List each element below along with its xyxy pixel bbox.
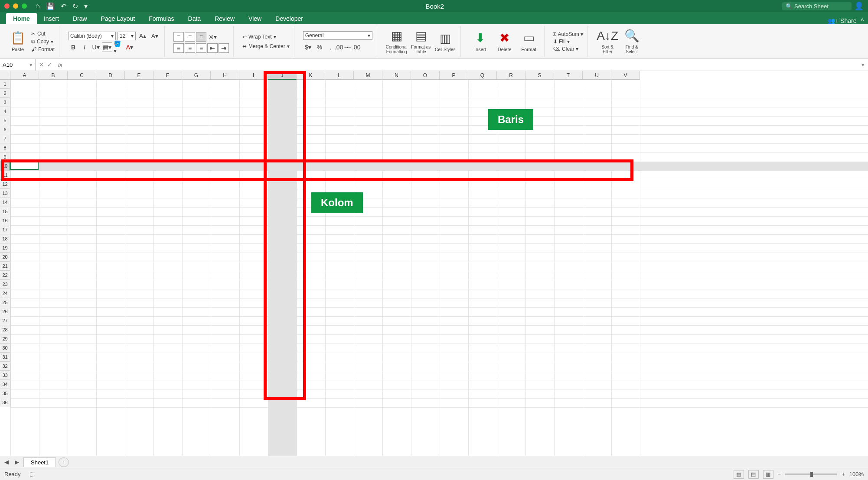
row-header-19[interactable]: 19 bbox=[0, 243, 10, 253]
font-color-button[interactable]: A▾ bbox=[124, 42, 135, 52]
tab-view[interactable]: View bbox=[241, 13, 268, 24]
row-header-4[interactable]: 4 bbox=[0, 107, 10, 116]
row-header-9[interactable]: 9 bbox=[0, 152, 10, 162]
row-header-17[interactable]: 17 bbox=[0, 225, 10, 234]
expand-formula-icon[interactable]: ▾ bbox=[858, 62, 868, 68]
column-header-L[interactable]: L bbox=[325, 71, 354, 80]
column-header-Q[interactable]: Q bbox=[468, 71, 497, 80]
italic-button[interactable]: I bbox=[79, 42, 90, 52]
column-header-M[interactable]: M bbox=[354, 71, 382, 80]
align-center-button[interactable]: ≡ bbox=[185, 43, 195, 53]
column-header-G[interactable]: G bbox=[182, 71, 211, 80]
tab-home[interactable]: Home bbox=[6, 13, 37, 24]
tab-insert[interactable]: Insert bbox=[37, 13, 66, 24]
formula-input[interactable] bbox=[66, 59, 858, 71]
row-header-22[interactable]: 22 bbox=[0, 271, 10, 280]
column-header-R[interactable]: R bbox=[497, 71, 525, 80]
increase-font-button[interactable]: A▴ bbox=[137, 31, 148, 41]
search-sheet-input[interactable]: 🔍 Search Sheet bbox=[782, 2, 852, 10]
percent-button[interactable]: % bbox=[314, 42, 325, 52]
tab-page-layout[interactable]: Page Layout bbox=[94, 13, 142, 24]
column-header-H[interactable]: H bbox=[211, 71, 239, 80]
cells-area[interactable] bbox=[10, 80, 868, 456]
column-header-B[interactable]: B bbox=[39, 71, 68, 80]
merge-center-button[interactable]: ⬌Merge & Center ▾ bbox=[242, 43, 290, 49]
sheet-tab-1[interactable]: Sheet1 bbox=[23, 457, 56, 467]
row-header-28[interactable]: 28 bbox=[0, 325, 10, 334]
decrease-indent-button[interactable]: ⇤ bbox=[207, 43, 218, 53]
column-header-T[interactable]: T bbox=[554, 71, 583, 80]
decrease-font-button[interactable]: A▾ bbox=[150, 31, 160, 41]
row-header-8[interactable]: 8 bbox=[0, 143, 10, 152]
tab-data[interactable]: Data bbox=[181, 13, 208, 24]
column-header-N[interactable]: N bbox=[382, 71, 411, 80]
tab-draw[interactable]: Draw bbox=[66, 13, 94, 24]
tab-review[interactable]: Review bbox=[208, 13, 241, 24]
column-header-U[interactable]: U bbox=[583, 71, 611, 80]
find-select-button[interactable]: 🔍Find & Select bbox=[621, 29, 643, 54]
font-size-select[interactable]: 12▾ bbox=[117, 32, 136, 40]
add-sheet-button[interactable]: + bbox=[59, 457, 69, 467]
minimize-icon[interactable] bbox=[13, 3, 18, 9]
column-header-C[interactable]: C bbox=[68, 71, 96, 80]
column-header-V[interactable]: V bbox=[611, 71, 640, 80]
number-format-select[interactable]: General▾ bbox=[303, 31, 372, 40]
zoom-slider[interactable] bbox=[785, 474, 837, 475]
select-all-button[interactable] bbox=[0, 71, 10, 80]
fill-color-button[interactable]: 🪣▾ bbox=[113, 42, 124, 52]
macro-record-icon[interactable]: ⬚ bbox=[29, 471, 35, 477]
row-header-7[interactable]: 7 bbox=[0, 134, 10, 143]
spreadsheet-grid[interactable]: ABCDEFGHIJKLMNOPQRSTUV 12345678910111213… bbox=[0, 71, 868, 456]
underline-button[interactable]: U▾ bbox=[91, 42, 101, 52]
close-icon[interactable] bbox=[4, 3, 10, 9]
conditional-formatting-button[interactable]: ▦Conditional Formatting bbox=[386, 29, 408, 54]
autosum-button[interactable]: Σ AutoSum ▾ bbox=[553, 31, 583, 37]
align-top-button[interactable]: ≡ bbox=[173, 32, 184, 42]
increase-indent-button[interactable]: ⇥ bbox=[219, 43, 229, 53]
normal-view-button[interactable]: ▦ bbox=[734, 470, 744, 479]
row-header-15[interactable]: 15 bbox=[0, 207, 10, 216]
column-header-A[interactable]: A bbox=[10, 71, 39, 80]
row-header-34[interactable]: 34 bbox=[0, 380, 10, 389]
insert-cells-button[interactable]: ⬇Insert bbox=[470, 31, 491, 52]
row-header-26[interactable]: 26 bbox=[0, 307, 10, 316]
column-header-F[interactable]: F bbox=[153, 71, 182, 80]
row-header-5[interactable]: 5 bbox=[0, 116, 10, 125]
active-cell[interactable] bbox=[10, 161, 39, 170]
next-sheet-button[interactable]: ▶ bbox=[13, 459, 21, 465]
page-break-view-button[interactable]: ▥ bbox=[763, 470, 773, 479]
qat-dropdown-icon[interactable]: ▾ bbox=[84, 2, 88, 10]
row-header-29[interactable]: 29 bbox=[0, 334, 10, 344]
row-header-32[interactable]: 32 bbox=[0, 362, 10, 371]
format-as-table-button[interactable]: ▤Format as Table bbox=[410, 29, 432, 54]
column-header-I[interactable]: I bbox=[239, 71, 268, 80]
wrap-text-button[interactable]: ↩Wrap Text ▾ bbox=[242, 34, 290, 40]
font-name-select[interactable]: Calibri (Body)▾ bbox=[68, 32, 116, 40]
align-left-button[interactable]: ≡ bbox=[173, 43, 184, 53]
row-header-6[interactable]: 6 bbox=[0, 125, 10, 134]
row-header-16[interactable]: 16 bbox=[0, 216, 10, 225]
align-bottom-button[interactable]: ≡ bbox=[196, 32, 206, 42]
save-icon[interactable]: 💾 bbox=[46, 2, 55, 10]
row-header-3[interactable]: 3 bbox=[0, 98, 10, 107]
row-header-10[interactable]: 10 bbox=[0, 162, 10, 171]
row-header-33[interactable]: 33 bbox=[0, 371, 10, 380]
delete-cells-button[interactable]: ✖Delete bbox=[494, 31, 516, 52]
copy-button[interactable]: ⧉Copy ▾ bbox=[31, 39, 55, 45]
share-button[interactable]: 👥+ Share bbox=[828, 17, 856, 24]
clear-button[interactable]: ⌫ Clear ▾ bbox=[553, 46, 583, 52]
column-header-P[interactable]: P bbox=[440, 71, 468, 80]
cell-styles-button[interactable]: ▥Cell Styles bbox=[434, 31, 456, 52]
row-header-2[interactable]: 2 bbox=[0, 89, 10, 98]
row-header-11[interactable]: 11 bbox=[0, 171, 10, 180]
undo-icon[interactable]: ↶ bbox=[61, 2, 66, 10]
name-box[interactable]: A10▾ bbox=[0, 59, 36, 71]
row-header-27[interactable]: 27 bbox=[0, 316, 10, 325]
enter-formula-icon[interactable]: ✓ bbox=[47, 62, 52, 68]
row-header-1[interactable]: 1 bbox=[0, 80, 10, 89]
collapse-ribbon-icon[interactable]: ^ bbox=[861, 17, 864, 24]
column-header-S[interactable]: S bbox=[525, 71, 554, 80]
row-header-13[interactable]: 13 bbox=[0, 189, 10, 198]
bold-button[interactable]: B bbox=[68, 42, 78, 52]
cancel-formula-icon[interactable]: ✕ bbox=[39, 62, 44, 68]
